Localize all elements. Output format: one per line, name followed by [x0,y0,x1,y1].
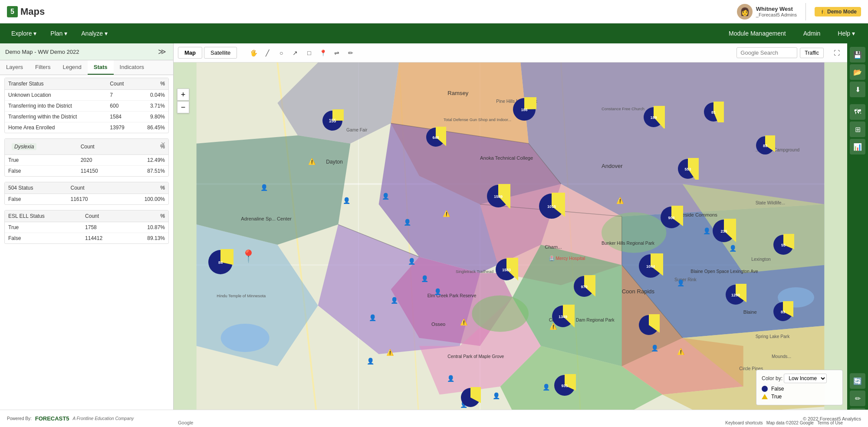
plan-menu[interactable]: Plan ▾ [44,26,73,40]
refresh-btn[interactable]: 🔄 [850,373,865,389]
legend-true-label: True [771,394,782,400]
section-close-dyslexia[interactable]: ✕ [161,141,166,148]
svg-text:84: 84 [218,260,223,265]
svg-text:1200: 1200 [731,293,740,297]
demo-label: Demo Mode [827,9,857,15]
pie-chart-1: 155 [321,109,344,132]
transfer-status-table: Transfer Status Count % Unknown Location… [5,78,168,133]
row-count: 600 [106,101,135,112]
map-view-btn[interactable]: 🗺 [850,104,865,120]
map-marker-person: 👤 [447,375,454,382]
svg-text:155: 155 [329,118,336,123]
grid-view-btn[interactable]: ⊞ [850,122,865,137]
transfer-col-label: Transfer Status [5,78,106,90]
export-btn[interactable]: ⬇ [850,82,865,97]
zoom-out-btn[interactable]: − [177,101,189,113]
row-pct: 9.80% [135,112,168,122]
admin-btn[interactable]: Admin [796,26,829,40]
square-tool-icon[interactable]: □ [303,47,315,59]
sidebar: Demo Map - WW Demo 2022 ≫ Layers Filters… [0,43,174,427]
svg-text:235: 235 [720,229,727,233]
svg-text:Bunker Hills Regional Park: Bunker Hills Regional Park [602,241,655,246]
esl-col-label: ESL ELL Status [5,210,82,222]
stat-section-esl: ✕ ESL ELL Status Count % True 1758 [4,210,169,244]
row-name: False [5,233,82,244]
edit-btn[interactable]: ✏ [850,391,865,406]
svg-text:81: 81 [711,110,716,115]
map-marker-person: 👤 [404,219,411,226]
map-toolbar: Map Satellite 🖐 ╱ ○ ↗ □ 📍 ⇌ ✏ Traffic ⛶ [174,43,847,62]
svg-text:931: 931 [561,384,568,388]
color-by-select[interactable]: Low Income [784,374,827,383]
table-row: True 2020 12.49% [5,155,168,166]
marker-tool-icon[interactable]: 📍 [317,47,329,59]
row-name: Transferring within the District [5,112,106,122]
module-management-btn[interactable]: Module Management [721,26,794,40]
row-pct: 100.00% [115,194,168,205]
pie-chart-4: 189 [642,106,665,128]
svg-text:Hindu Temple of Minnesota: Hindu Temple of Minnesota [217,294,266,298]
explore-menu[interactable]: Explore ▾ [5,26,43,40]
line-tool-icon[interactable]: ╱ [261,47,273,59]
map-marker-person: 👤 [369,314,376,321]
analyze-menu[interactable]: Analyze ▾ [75,26,114,40]
tab-filters[interactable]: Filters [29,60,56,75]
row-count: 116170 [67,194,115,205]
chart-view-btn[interactable]: 📊 [850,139,865,154]
save-btn[interactable]: 💾 [850,47,865,62]
hand-tool-icon[interactable]: 🖐 [247,47,260,59]
map-legend: Color by: Low Income False True [756,370,843,405]
tab-legend[interactable]: Legend [56,60,87,75]
row-pct: 0.04% [135,90,168,101]
esl-table: ESL ELL Status Count % True 1758 10.87% … [5,210,168,243]
tab-layers[interactable]: Layers [0,60,29,75]
pie-chart-11: 235 [712,219,736,243]
sidebar-scroll: ✕ Transfer Status Count % Unknown Locati… [0,75,173,414]
svg-text:Lexington: Lexington [751,257,771,262]
svg-text:Blaine: Blaine [743,309,757,315]
svg-point-26 [221,324,270,352]
arrow-tool-icon[interactable]: ↗ [289,47,301,59]
edit-tool-icon[interactable]: ✏ [345,47,357,59]
map-marker-yellow: ⚠️ [386,349,394,356]
tab-indicators[interactable]: Indicators [114,60,150,75]
table-row: Unknown Location 7 0.04% [5,90,168,101]
fullscreen-icon[interactable]: ⛶ [831,47,843,59]
circle-tool-icon[interactable]: ○ [275,47,287,59]
main-layout: Demo Map - WW Demo 2022 ≫ Layers Filters… [0,43,868,427]
traffic-btn[interactable]: Traffic [800,48,824,58]
row-pct: 87.51% [122,166,168,177]
map-search-input[interactable] [736,47,797,58]
legend-item-false: False [762,386,837,392]
svg-point-122 [639,315,659,335]
map-type-map[interactable]: Map [178,47,202,59]
section-close-504[interactable]: ✕ [161,184,166,191]
row-pct: 3.71% [135,101,168,112]
svg-text:908: 908 [668,216,674,220]
map-marker-person: 👤 [677,279,684,286]
sidebar-header: Demo Map - WW Demo 2022 ≫ [0,43,173,60]
tab-stats[interactable]: Stats [88,60,114,75]
svg-text:Central Park of Maple Grove: Central Park of Maple Grove [447,354,504,359]
row-pct: 89.13% [125,233,168,244]
open-btn[interactable]: 📂 [850,64,865,80]
footer-powered-by: Powered By: [7,416,32,421]
sidebar-close-btn[interactable]: ≫ [156,47,168,56]
section-close-esl[interactable]: ✕ [161,212,166,219]
map-type-satellite[interactable]: Satellite [204,47,237,59]
esl-col-count: Count [82,210,125,222]
map-marker-person: 👤 [542,384,550,391]
section-close-transfer[interactable]: ✕ [161,80,166,87]
nav-left: Explore ▾ Plan ▾ Analyze ▾ [5,26,721,40]
pie-chart-8: 1589 [486,184,510,208]
help-menu[interactable]: Help ▾ [830,26,863,40]
user-sub: _Forecast5 Admins [756,12,797,17]
route-tool-icon[interactable]: ⇌ [331,47,343,59]
table-row: False 114150 87.51% [5,166,168,177]
svg-text:Dayton: Dayton [326,159,342,165]
map-marker-yellow: ⚠️ [460,319,467,325]
zoom-in-btn[interactable]: + [177,89,189,101]
svg-text:1015: 1015 [547,204,556,209]
svg-text:970: 970 [581,285,587,289]
logo-icon: 5 [7,6,18,17]
